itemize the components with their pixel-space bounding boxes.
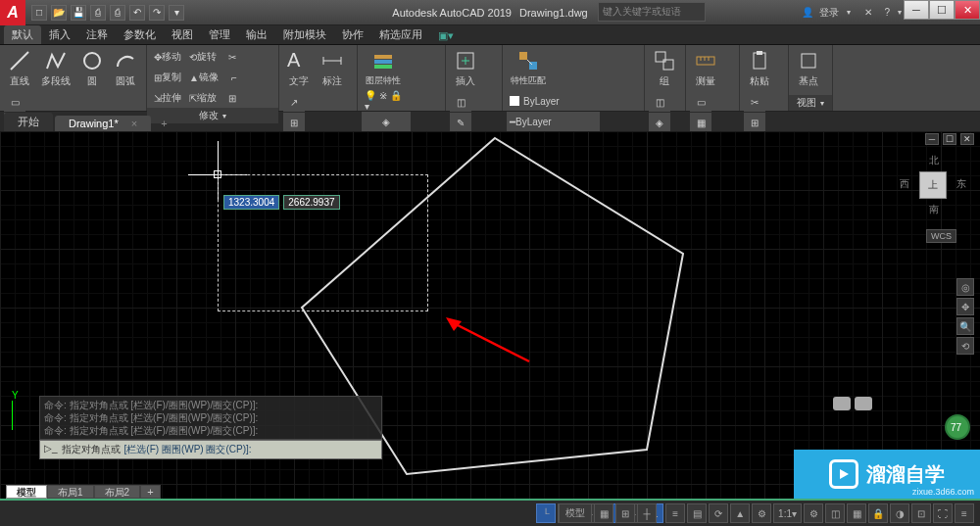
text-button[interactable]: A文字 xyxy=(283,47,315,90)
sb-qp-icon[interactable]: ▦ xyxy=(847,503,866,523)
sb-lock-icon[interactable]: 🔒 xyxy=(868,503,888,523)
layout-model[interactable]: 模型 xyxy=(6,485,47,499)
leader-icon[interactable]: ↗ xyxy=(283,92,305,112)
command-window[interactable]: 命令: 指定对角点或 [栏选(F)/圈围(WP)/圈交(CP)]: 命令: 指定… xyxy=(39,396,382,459)
circle-button[interactable]: 圆 xyxy=(76,47,108,90)
qat-redo-icon[interactable]: ↷ xyxy=(149,5,165,21)
tab-insert[interactable]: 插入 xyxy=(41,25,78,44)
layout-1[interactable]: 布局1 xyxy=(47,485,94,499)
close-button[interactable]: ✕ xyxy=(955,0,980,20)
insert-button[interactable]: 插入 xyxy=(450,47,481,90)
dim-button[interactable]: 标注 xyxy=(317,47,348,90)
sb-isolate-icon[interactable]: ◑ xyxy=(890,503,909,523)
layer-dd1[interactable]: 💡 ※ 🔒 ▾ xyxy=(362,91,411,111)
groupedit-icon[interactable]: ◈ xyxy=(649,113,670,132)
base-button[interactable]: 基点 xyxy=(793,47,824,90)
tab-collab[interactable]: 协作 xyxy=(334,25,371,44)
sb-annomon-icon[interactable]: ▲ xyxy=(730,503,750,523)
table-icon[interactable]: ⊞ xyxy=(283,113,305,132)
qat-undo-icon[interactable]: ↶ xyxy=(129,5,145,21)
tab-parametric[interactable]: 参数化 xyxy=(116,25,164,44)
trim-button[interactable]: ✂ xyxy=(221,47,243,67)
polyline-button[interactable]: 多段线 xyxy=(37,47,74,90)
nav-zoom-icon[interactable]: 🔍 xyxy=(956,317,974,335)
sb-units-icon[interactable]: ◫ xyxy=(825,503,845,523)
tab-expand-icon[interactable]: ▣▾ xyxy=(430,27,462,44)
sb-custom-icon[interactable]: ≡ xyxy=(955,503,974,523)
tab-addins[interactable]: 附加模块 xyxy=(275,25,334,44)
viewcube-top[interactable]: 上 xyxy=(919,171,947,199)
lw-dd[interactable]: ━ ByLayer xyxy=(507,112,600,131)
add-tab-icon[interactable]: + xyxy=(153,116,174,131)
sb-grid-icon[interactable]: ▦ xyxy=(594,503,613,523)
layout-2[interactable]: 布局2 xyxy=(94,485,141,499)
create-block-icon[interactable]: ◫ xyxy=(450,92,471,112)
nav-orbit-icon[interactable]: ⟲ xyxy=(956,337,974,355)
viewcube-s[interactable]: 南 xyxy=(929,203,939,216)
nav-pan-icon[interactable]: ✥ xyxy=(956,298,974,315)
ungroup-icon[interactable]: ◫ xyxy=(649,92,670,112)
edit-block-icon[interactable]: ✎ xyxy=(450,113,471,132)
drawing-canvas[interactable]: ─ ☐ ✕ 1323.3004 2662.9937 北 南 西 东 上 WCS … xyxy=(0,131,980,499)
layout-add-icon[interactable]: + xyxy=(140,485,160,499)
select-icon[interactable]: ▭ xyxy=(690,92,711,112)
search-input[interactable]: 键入关键字或短语 xyxy=(598,2,706,22)
tab-featured[interactable]: 精选应用 xyxy=(371,25,430,44)
qat-saveas-icon[interactable]: ⎙ xyxy=(90,5,106,21)
sb-annoscale-icon[interactable]: 1:1▾ xyxy=(773,503,802,523)
group-button[interactable]: 组 xyxy=(649,47,680,90)
app-logo[interactable]: A xyxy=(0,0,25,25)
command-input[interactable]: ▷_ 指定对角点或 [栏选(F) 圈围(WP) 圈交(CP)]: xyxy=(39,440,382,459)
qat-new-icon[interactable]: □ xyxy=(31,5,47,21)
stretch-button[interactable]: ⇲ 拉伸 xyxy=(151,88,184,108)
sb-annoauto-icon[interactable]: ⚙ xyxy=(752,503,771,523)
move-button[interactable]: ✥ 移动 xyxy=(151,47,184,67)
sb-lw-icon[interactable]: ≡ xyxy=(665,503,685,523)
tab-view[interactable]: 视图 xyxy=(164,25,201,44)
qat-plot-icon[interactable]: ⎙ xyxy=(110,5,125,21)
tab-output[interactable]: 输出 xyxy=(238,25,275,44)
sb-infer-icon[interactable]: ┼ xyxy=(637,503,657,523)
rect-icon[interactable]: ▭ xyxy=(4,92,25,112)
cut-icon[interactable]: ✂ xyxy=(744,92,765,112)
wcs-badge[interactable]: WCS xyxy=(926,229,956,243)
user-icon[interactable]: 👤 xyxy=(802,7,813,18)
minimize-button[interactable]: ─ xyxy=(904,0,929,20)
sb-ws-icon[interactable]: ⚙ xyxy=(804,503,823,523)
measure-button[interactable]: 测量 xyxy=(690,47,721,90)
tab-annotate[interactable]: 注释 xyxy=(78,25,116,44)
sb-cycle-icon[interactable]: ⟳ xyxy=(709,503,728,523)
tab-default[interactable]: 默认 xyxy=(4,25,41,44)
copy-button[interactable]: ⊞ 复制 xyxy=(151,68,184,87)
viewcube[interactable]: 北 南 西 东 上 xyxy=(904,156,962,215)
layerprops-button[interactable]: 图层特性 xyxy=(362,47,405,89)
qat-dropdown-icon[interactable]: ▾ xyxy=(169,5,184,21)
matchprops-button[interactable]: 特性匹配 xyxy=(507,47,550,89)
copy-clip-icon[interactable]: ⊞ xyxy=(744,113,765,132)
viewcube-n[interactable]: 北 xyxy=(929,154,939,167)
layer-iso-icon[interactable]: ◈ xyxy=(362,112,411,131)
sb-clean-icon[interactable]: ⛶ xyxy=(933,503,953,523)
qat-save-icon[interactable]: 💾 xyxy=(71,5,86,21)
tab-manage[interactable]: 管理 xyxy=(201,25,238,44)
sb-hw-icon[interactable]: ⊡ xyxy=(911,503,931,523)
exchange-icon[interactable]: ✕ xyxy=(864,7,872,18)
tab-start[interactable]: 开始 xyxy=(4,113,53,131)
viewcube-e[interactable]: 东 xyxy=(956,177,966,191)
scale-button[interactable]: ⇱ 缩放 xyxy=(186,88,220,108)
array-button[interactable]: ⊞ xyxy=(221,88,243,108)
qat-open-icon[interactable]: 📂 xyxy=(51,5,67,21)
sb-snap-icon[interactable]: ⊞ xyxy=(615,503,635,523)
color-dd[interactable]: ByLayer xyxy=(507,91,600,111)
tab-drawing1[interactable]: Drawing1* × xyxy=(55,116,151,131)
maximize-button[interactable]: ☐ xyxy=(929,0,955,20)
help-icon[interactable]: ? xyxy=(884,7,890,18)
paste-button[interactable]: 粘贴 xyxy=(744,47,775,90)
mirror-button[interactable]: ▲ 镜像 xyxy=(186,68,221,87)
login-link[interactable]: 登录 xyxy=(819,6,839,20)
rotate-button[interactable]: ⟲ 旋转 xyxy=(186,47,220,67)
sb-ortho-icon[interactable]: └ xyxy=(536,503,556,523)
sb-transp-icon[interactable]: ▤ xyxy=(687,503,707,523)
fillet-button[interactable]: ⌐ xyxy=(223,68,245,87)
calc-icon[interactable]: ▦ xyxy=(690,113,711,132)
